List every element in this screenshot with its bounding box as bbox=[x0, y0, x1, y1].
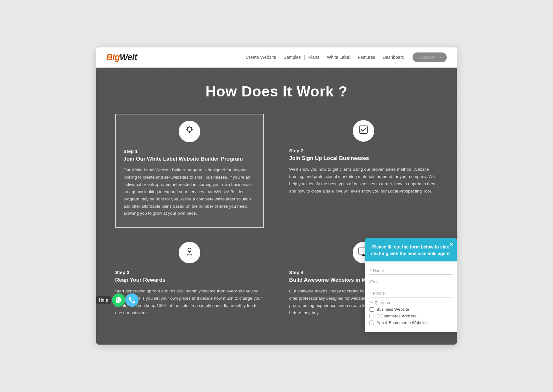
chat-name-field bbox=[370, 266, 452, 275]
chat-email-input[interactable] bbox=[370, 278, 452, 286]
checkbox-business: Business Website bbox=[370, 307, 452, 312]
step-2-text: We'll show you how to get clients using … bbox=[289, 166, 438, 195]
chat-phone-field bbox=[370, 289, 452, 297]
checkbox-app-ecommerce-label: App & Ecommerce Website bbox=[376, 320, 427, 325]
question-label: * * Question bbox=[370, 301, 452, 305]
help-icons bbox=[112, 293, 139, 307]
whatsapp-icon[interactable] bbox=[112, 293, 125, 307]
step-1-text: Our White Label Website Builder program … bbox=[123, 167, 256, 217]
step-1-icon bbox=[184, 125, 195, 138]
logo: BigWelt bbox=[106, 52, 137, 62]
chat-name-input[interactable] bbox=[370, 266, 452, 275]
nav-divider-3: | bbox=[322, 55, 324, 60]
step-3-number: Step 3 bbox=[115, 270, 264, 275]
question-star: * bbox=[370, 301, 371, 305]
svg-rect-8 bbox=[360, 126, 367, 133]
logout-icon: ⇨ bbox=[438, 55, 441, 60]
step-1-icon-circle bbox=[179, 121, 200, 142]
step-1-heading: Join Our White Label Website Builder Pro… bbox=[123, 156, 256, 162]
svg-line-4 bbox=[191, 127, 192, 128]
phone-icon[interactable] bbox=[125, 293, 139, 307]
logo-big: Big bbox=[106, 52, 120, 62]
nav-white-label[interactable]: White Label bbox=[326, 55, 351, 60]
nav-divider-4: | bbox=[353, 55, 355, 60]
checkbox-ecommerce-label: E-Commerce Website bbox=[376, 314, 417, 318]
step-3-box: Step 3 Reap Your Rewards Start generatin… bbox=[115, 236, 264, 327]
nav-links: Create Website | Samples | Plans | White… bbox=[244, 52, 447, 62]
nav-features[interactable]: Features bbox=[357, 55, 376, 60]
nav-divider-1: | bbox=[279, 55, 281, 60]
checkbox-app-ecommerce-input[interactable] bbox=[370, 321, 374, 325]
step-2-icon bbox=[358, 125, 369, 137]
header: BigWelt Create Website | Samples | Plans… bbox=[96, 47, 457, 68]
nav-create-website[interactable]: Create Website bbox=[244, 55, 277, 60]
browser-window: BigWelt Create Website | Samples | Plans… bbox=[96, 47, 457, 345]
checkbox-business-label: Business Website bbox=[376, 307, 409, 312]
svg-point-9 bbox=[188, 248, 191, 251]
logo-welt: Welt bbox=[120, 52, 137, 62]
chat-header: × Please fill out the form below to star… bbox=[365, 238, 457, 261]
step-2-number: Step 2 bbox=[289, 148, 438, 153]
step-3-heading: Reap Your Rewards bbox=[115, 277, 264, 283]
nav-plans[interactable]: Plans bbox=[307, 55, 320, 60]
steps-row-1: Step 1 Join Our White Label Website Buil… bbox=[115, 114, 438, 228]
svg-line-6 bbox=[187, 127, 188, 128]
step-1-number: Step 1 bbox=[123, 149, 256, 154]
svg-point-0 bbox=[187, 127, 192, 132]
help-label: Help bbox=[96, 296, 111, 304]
chat-popup: × Please fill out the form below to star… bbox=[365, 238, 457, 332]
step-1-box: Step 1 Join Our White Label Website Buil… bbox=[115, 114, 264, 228]
chat-body: * * Question Business Website E-Commerce… bbox=[365, 261, 457, 332]
step-3-icon bbox=[184, 247, 195, 259]
checkbox-ecommerce: E-Commerce Website bbox=[370, 314, 452, 318]
chat-close-button[interactable]: × bbox=[450, 241, 453, 248]
checkbox-app-ecommerce: App & Ecommerce Website bbox=[370, 320, 452, 325]
question-text: * Question bbox=[372, 301, 390, 305]
help-widget[interactable]: Help bbox=[96, 293, 139, 307]
step-2-icon-circle bbox=[353, 120, 374, 142]
nav-divider-2: | bbox=[304, 55, 305, 60]
chat-header-text: Please fill out the form below to start … bbox=[370, 244, 452, 257]
nav-divider-5: | bbox=[378, 55, 380, 60]
nav-samples[interactable]: Samples bbox=[282, 55, 302, 60]
step-2-heading: Join Sign Up Local Businesses bbox=[289, 155, 438, 162]
hero-title: How Does It Work ? bbox=[115, 83, 438, 100]
step-3-icon-circle bbox=[179, 242, 200, 263]
hero-section: How Does It Work ? bbox=[96, 68, 457, 345]
step-2-box: Step 2 Join Sign Up Local Businesses We'… bbox=[289, 114, 438, 228]
chat-phone-input[interactable] bbox=[370, 289, 452, 297]
logout-label: LOGOUT bbox=[418, 55, 436, 60]
logout-button[interactable]: LOGOUT ⇨ bbox=[413, 52, 447, 62]
checkbox-business-input[interactable] bbox=[370, 307, 374, 312]
chat-email-field bbox=[370, 278, 452, 286]
nav-dashboard[interactable]: Dashboard bbox=[382, 55, 406, 60]
checkbox-ecommerce-input[interactable] bbox=[370, 314, 374, 318]
